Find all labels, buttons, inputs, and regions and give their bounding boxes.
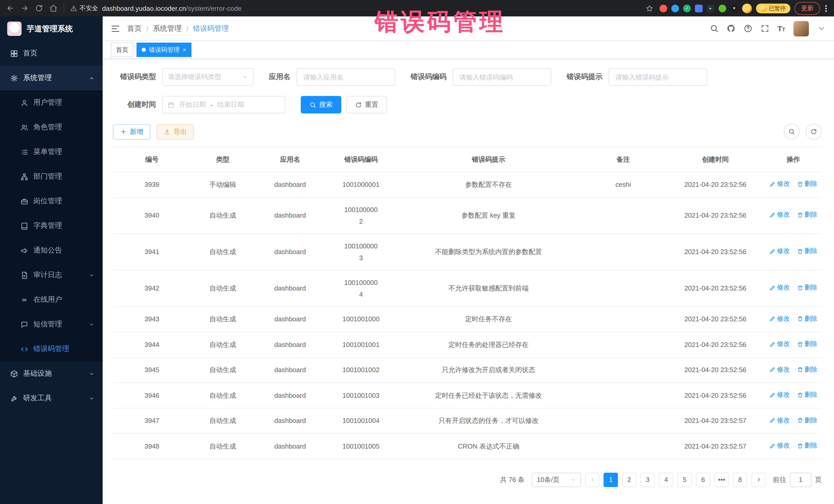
tag-home[interactable]: 首页 — [111, 43, 133, 57]
browser-back-icon[interactable] — [6, 4, 14, 12]
logo-row[interactable]: 芋道管理系统 — [0, 17, 103, 41]
delete-link[interactable]: 删除 — [797, 313, 817, 325]
sidebar-item-home[interactable]: 首页 — [0, 41, 103, 66]
browser-forward-icon[interactable] — [21, 4, 29, 12]
add-button[interactable]: 新增 — [113, 124, 150, 139]
extension-icon[interactable]: ▸ — [707, 4, 715, 12]
error-hint-input[interactable] — [609, 68, 707, 86]
search-icon[interactable] — [709, 24, 718, 33]
sidebar-item-system-management[interactable]: 系统管理 — [0, 66, 103, 90]
sidebar-item-sms-management[interactable]: 短信管理 — [0, 312, 103, 337]
page-button[interactable]: 5 — [678, 473, 692, 487]
link-label: 修改 — [777, 313, 790, 325]
address-bar[interactable]: 不安全 dashboard.yudao.iocoder.cn/system/er… — [64, 3, 653, 13]
browser-reload-icon[interactable] — [35, 4, 43, 12]
edit-link[interactable]: 修改 — [769, 282, 790, 294]
edit-link[interactable]: 修改 — [769, 338, 790, 350]
breadcrumb-home[interactable]: 首页 — [127, 24, 142, 33]
edit-link[interactable]: 修改 — [769, 313, 790, 325]
cell-type: 自动生成 — [191, 197, 255, 234]
next-page-button[interactable] — [751, 473, 766, 487]
font-size-icon[interactable]: TT — [777, 25, 785, 32]
export-button[interactable]: 导出 — [156, 124, 194, 139]
sidebar-item-dev-tools[interactable]: 研发工具 — [0, 386, 103, 411]
search-button[interactable]: 搜索 — [301, 96, 341, 113]
date-range-picker[interactable]: 开始日期 - 结束日期 — [162, 96, 285, 113]
sidebar-item-audit-log[interactable]: 审计日志 — [0, 263, 103, 287]
sidebar-item-menu-management[interactable]: 菜单管理 — [0, 139, 103, 164]
delete-link[interactable]: 删除 — [797, 364, 817, 375]
delete-link[interactable]: 删除 — [797, 389, 817, 401]
sidebar-item-user-management[interactable]: 用户管理 — [0, 90, 103, 115]
goto-page-input[interactable] — [790, 473, 811, 487]
browser-home-icon[interactable] — [49, 4, 58, 12]
user-avatar[interactable] — [793, 21, 809, 36]
delete-link[interactable]: 删除 — [797, 209, 817, 221]
link-label: 删除 — [805, 338, 817, 350]
delete-link[interactable]: 删除 — [797, 440, 817, 452]
refresh-table-button[interactable] — [806, 124, 822, 139]
app-name-input[interactable] — [297, 68, 395, 86]
edit-link[interactable]: 修改 — [769, 389, 790, 401]
edit-link[interactable]: 修改 — [769, 440, 790, 452]
page-button[interactable]: 3 — [640, 473, 655, 487]
extension-icon[interactable] — [659, 4, 667, 12]
toggle-search-button[interactable] — [784, 124, 799, 139]
security-warning[interactable]: 不安全 — [70, 4, 98, 13]
page-button[interactable]: 4 — [659, 473, 673, 487]
bookmark-star-icon[interactable] — [646, 4, 653, 12]
browser-profile-avatar[interactable] — [742, 3, 752, 13]
delete-link[interactable]: 删除 — [797, 338, 817, 350]
edit-link[interactable]: 修改 — [769, 246, 790, 257]
paused-badge[interactable]: 已暂停 — [756, 3, 790, 13]
delete-link[interactable]: 删除 — [797, 414, 817, 426]
fullscreen-icon[interactable] — [760, 24, 769, 33]
page-button[interactable]: 8 — [733, 473, 747, 487]
edit-link[interactable]: 修改 — [769, 209, 790, 221]
sidebar-item-role-management[interactable]: 角色管理 — [0, 115, 103, 139]
browser-menu-icon[interactable] — [824, 5, 828, 12]
delete-link[interactable]: 删除 — [797, 178, 817, 190]
toolbar-right — [784, 124, 822, 139]
sidebar-item-infrastructure[interactable]: 基础设施 — [0, 361, 103, 386]
cell-app: dashboard — [255, 382, 325, 408]
pin-extension-icon[interactable]: ▾ — [730, 4, 738, 12]
extension-icon[interactable] — [695, 4, 703, 12]
sidebar-item-position-management[interactable]: 岗位管理 — [0, 189, 103, 214]
prev-page-button[interactable] — [585, 473, 599, 487]
breadcrumb-system[interactable]: 系统管理 — [153, 24, 182, 33]
page-button[interactable]: 6 — [696, 473, 710, 487]
filter-row-2: 创建时间 开始日期 - 结束日期 搜索 重置 — [113, 96, 822, 113]
sidebar-item-error-code-management[interactable]: 错误码管理 — [0, 337, 103, 361]
reset-button[interactable]: 重置 — [347, 96, 387, 113]
sidebar-item-department-management[interactable]: 部门管理 — [0, 164, 103, 189]
sidebar-item-online-users[interactable]: 在线用户 — [0, 287, 103, 312]
help-icon[interactable] — [743, 24, 752, 33]
page-button[interactable]: 2 — [622, 473, 636, 487]
link-label: 修改 — [777, 246, 790, 257]
edit-link[interactable]: 修改 — [769, 414, 790, 426]
github-icon[interactable] — [726, 24, 735, 33]
collapse-sidebar-icon[interactable] — [111, 24, 120, 33]
edit-link[interactable]: 修改 — [769, 178, 790, 190]
end-date-input[interactable]: 结束日期 — [217, 100, 244, 109]
start-date-input[interactable]: 开始日期 — [179, 100, 206, 109]
delete-link[interactable]: 删除 — [797, 246, 817, 257]
chevron-down-icon[interactable] — [817, 24, 826, 33]
extension-icon[interactable]: ✓ — [683, 4, 691, 12]
edit-link[interactable]: 修改 — [769, 364, 790, 375]
tag-error-code-management[interactable]: 错误码管理 × — [136, 43, 192, 57]
extension-icon[interactable] — [719, 4, 726, 12]
sidebar-item-announcement[interactable]: 通知公告 — [0, 238, 103, 263]
update-button[interactable]: 更新 — [794, 2, 820, 15]
error-code-type-select[interactable]: 请选择错误码类型 — [162, 68, 254, 86]
delete-link[interactable]: 删除 — [797, 282, 817, 294]
page-size-select[interactable]: 10条/页 — [532, 473, 581, 487]
page-button[interactable]: 1 — [603, 473, 618, 487]
extension-icon[interactable] — [671, 4, 679, 12]
page-button[interactable]: ••• — [715, 473, 729, 487]
gear-icon — [10, 74, 18, 82]
sidebar-item-dictionary-management[interactable]: 字典管理 — [0, 214, 103, 238]
close-icon[interactable]: × — [183, 47, 186, 53]
error-code-input[interactable] — [453, 68, 551, 86]
